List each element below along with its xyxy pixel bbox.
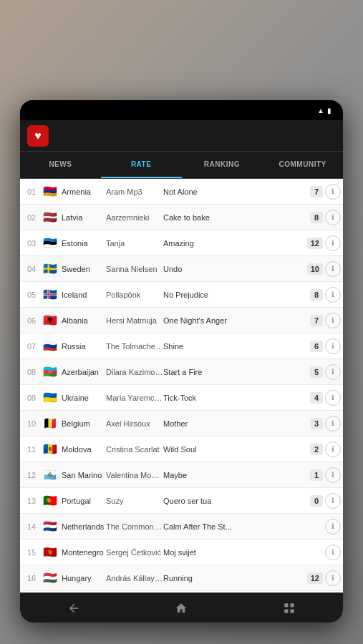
country-flag: 🇺🇦 [42, 390, 58, 406]
table-row[interactable]: 03 🇪🇪 Estonia Tanja Amazing 12 ℹ [20, 230, 343, 256]
country-name: Estonia [62, 239, 106, 248]
song-title: Cake to bake [163, 213, 308, 222]
rating-badge: 6 [310, 341, 323, 352]
info-icon[interactable]: ℹ [325, 210, 341, 225]
table-row[interactable]: 01 🇦🇲 Armenia Aram Mp3 Not Alone 7 ℹ [20, 179, 343, 205]
info-icon[interactable]: ℹ [325, 416, 341, 431]
battery-icon: ▮ [327, 107, 331, 114]
row-number: 03 [24, 239, 39, 248]
rating-badge: 10 [307, 263, 323, 275]
row-number: 08 [24, 368, 39, 376]
row-number: 16 [24, 574, 39, 582]
row-number: 15 [24, 548, 39, 557]
info-icon[interactable]: ℹ [325, 261, 341, 277]
country-flag: 🇦🇱 [42, 313, 58, 328]
artist-name: Suzy [106, 497, 163, 505]
wifi-icon: ▲ [317, 107, 324, 114]
song-title: Calm After The St... [163, 522, 309, 531]
content-area: 01 🇦🇲 Armenia Aram Mp3 Not Alone 7 ℹ 02 … [20, 179, 343, 623]
tab-rate[interactable]: RATE [101, 152, 182, 178]
info-icon[interactable]: ℹ [325, 519, 341, 535]
table-row[interactable]: 12 🇸🇲 San Marino Valentina Monetta Maybe… [20, 462, 343, 488]
table-row[interactable]: 15 🇲🇪 Montenegro Sergej Ćetković Moj svi… [20, 540, 343, 565]
song-title: Undo [163, 265, 305, 273]
info-icon[interactable]: ℹ [325, 545, 341, 560]
country-flag: 🇱🇻 [42, 210, 58, 225]
info-icon[interactable]: ℹ [325, 313, 341, 328]
info-icon[interactable]: ℹ [325, 441, 341, 457]
svg-rect-0 [284, 603, 288, 607]
song-list: 01 🇦🇲 Armenia Aram Mp3 Not Alone 7 ℹ 02 … [20, 179, 343, 623]
country-flag: 🇦🇿 [42, 364, 58, 380]
country-name: Latvia [62, 213, 106, 222]
status-icons: ▲ ▮ [317, 107, 334, 114]
rating-badge: 12 [307, 238, 323, 249]
tablet-device: ▲ ▮ ♥ NEWS RATE RANKING COMMUNITY 01 🇦🇲 … [20, 100, 343, 623]
table-row[interactable]: 04 🇸🇪 Sweden Sanna Nielsen Undo 10 ℹ [20, 256, 343, 282]
info-icon[interactable]: ℹ [325, 570, 341, 586]
artist-name: Aram Mp3 [106, 187, 163, 196]
info-icon[interactable]: ℹ [325, 493, 341, 509]
info-icon[interactable]: ℹ [325, 184, 341, 200]
overflow-menu-button[interactable] [327, 133, 336, 139]
table-row[interactable]: 13 🇵🇹 Portugal Suzy Quero ser tua 0 ℹ [20, 488, 343, 514]
table-row[interactable]: 08 🇦🇿 Azerbaijan Dilara Kazimova Start a… [20, 359, 343, 385]
info-icon[interactable]: ℹ [325, 287, 341, 303]
country-flag: 🇮🇸 [42, 287, 58, 303]
row-number: 10 [24, 419, 39, 428]
row-number: 05 [24, 291, 39, 299]
rating-badge: 3 [310, 418, 323, 429]
artist-name: Aarzemnieki [106, 213, 163, 222]
song-title: Quero ser tua [163, 497, 308, 505]
country-flag: 🇷🇺 [42, 338, 58, 354]
info-icon[interactable]: ℹ [325, 235, 341, 251]
table-row[interactable]: 11 🇲🇩 Moldova Cristina Scarlat Wild Soul… [20, 436, 343, 462]
country-name: Iceland [62, 291, 106, 299]
tab-community[interactable]: COMMUNITY [262, 152, 343, 178]
svg-rect-3 [290, 609, 294, 613]
country-name: Azerbaijan [62, 368, 106, 376]
country-name: Sweden [62, 265, 106, 273]
rating-badge: 4 [310, 392, 323, 404]
song-title: Not Alone [163, 187, 308, 196]
country-flag: 🇲🇪 [42, 545, 58, 560]
country-flag: 🇲🇩 [42, 441, 58, 457]
info-icon[interactable]: ℹ [325, 467, 341, 483]
table-row[interactable]: 09 🇺🇦 Ukraine Maria Yaremchuk Tick-Tock … [20, 385, 343, 411]
table-row[interactable]: 06 🇦🇱 Albania Hersi Matmuja One Night's … [20, 308, 343, 333]
rating-badge: 0 [310, 495, 323, 507]
artist-name: Valentina Monetta [106, 471, 163, 479]
artist-name: Sanna Nielsen [106, 265, 163, 273]
rating-badge: 7 [310, 186, 323, 197]
info-icon[interactable]: ℹ [325, 364, 341, 380]
row-number: 12 [24, 471, 39, 479]
info-icon[interactable]: ℹ [325, 390, 341, 406]
song-title: Moj svijet [163, 548, 309, 557]
table-row[interactable]: 07 🇷🇺 Russia The Tolmachevy... Shine 6 ℹ [20, 333, 343, 359]
country-flag: 🇵🇹 [42, 493, 58, 509]
svg-rect-2 [284, 609, 288, 613]
artist-name: Axel Hirsoux [106, 419, 163, 428]
tab-news[interactable]: NEWS [20, 152, 101, 178]
artist-name: Pollapönk [106, 291, 163, 299]
app-logo: ♥ [27, 125, 49, 147]
table-row[interactable]: 05 🇮🇸 Iceland Pollapönk No Prejudice 8 ℹ [20, 282, 343, 308]
tab-ranking[interactable]: RANKING [182, 152, 263, 178]
table-row[interactable]: 10 🇧🇪 Belgium Axel Hirsoux Mother 3 ℹ [20, 411, 343, 436]
rating-badge: 12 [307, 572, 323, 584]
page-header [0, 13, 363, 44]
table-row[interactable]: 02 🇱🇻 Latvia Aarzemnieki Cake to bake 8 … [20, 205, 343, 230]
country-name: Portugal [62, 497, 106, 505]
table-row[interactable]: 16 🇭🇺 Hungary András Kállay-Sa... Runnin… [20, 565, 343, 591]
home-button[interactable] [170, 597, 192, 619]
info-icon[interactable]: ℹ [325, 338, 341, 354]
song-title: Shine [163, 342, 308, 351]
country-flag: 🇸🇲 [42, 467, 58, 483]
country-name: Albania [62, 316, 106, 325]
artist-name: Maria Yaremchuk [106, 394, 163, 402]
table-row[interactable]: 14 🇳🇱 Netherlands The Common Linn... Cal… [20, 514, 343, 540]
recent-apps-button[interactable] [279, 597, 300, 619]
back-button[interactable] [63, 597, 84, 619]
song-title: Tick-Tock [163, 394, 308, 402]
country-name: Russia [62, 342, 106, 351]
